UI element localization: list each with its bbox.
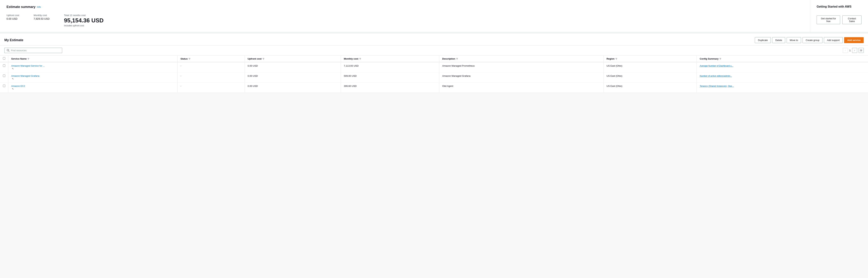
status-value-1: -: [180, 75, 181, 77]
sort-config-icon[interactable]: ▽: [719, 58, 721, 60]
search-bar-row: ‹ 1 ›: [0, 45, 868, 56]
svg-point-2: [861, 50, 862, 51]
my-estimate-header: My Estimate Duplicate Delete Move to Cre…: [0, 34, 868, 45]
row-monthly-2: 306.60 USD: [341, 82, 439, 93]
services-table-container: Service Name ▽ Status ▽ Upfront cost: [0, 56, 868, 93]
upfront-value-2: 0.00 USD: [248, 85, 258, 88]
row-status-0: -: [178, 62, 245, 72]
row-checkbox-cell: [0, 82, 8, 93]
row-description-0: Amazon Managed Prometheus: [439, 62, 604, 72]
header-actions: Duplicate Delete Move to Create group Ad…: [755, 37, 864, 43]
getting-started-title: Getting Started with AWS: [817, 5, 862, 8]
row-checkbox-cell: [0, 62, 8, 72]
edit-service-icon-1[interactable]: ✎: [12, 78, 14, 80]
row-config-2: Tenancy (Shared Instances), Ope...: [697, 82, 868, 93]
upfront-value-0: 0.00 USD: [248, 64, 258, 67]
create-group-button[interactable]: Create group: [803, 37, 823, 43]
config-summary-link-0[interactable]: Average Number of Dashboard u...: [700, 65, 733, 67]
monthly-value-2: 306.60 USD: [344, 85, 357, 88]
total-cost-metric: Total 12 months cost 95,154.36 USD Inclu…: [64, 14, 103, 27]
config-summary-link-1[interactable]: Number of active editors/admini...: [700, 75, 732, 77]
service-name-link-2[interactable]: Amazon EC2: [11, 85, 175, 88]
col-config-summary: Config Summary ▽: [697, 56, 868, 62]
row-checkbox-0[interactable]: [3, 64, 5, 67]
table-row: Amazon Managed Service for ... ✎ - 0.00 …: [0, 62, 868, 72]
total-cost-sub: Includes upfront cost: [64, 24, 103, 27]
total-cost-value: 95,154.36 USD: [64, 17, 103, 24]
monthly-value-0: 7,113.93 USD: [344, 64, 359, 67]
select-all-col: [0, 56, 8, 62]
row-config-1: Number of active editors/admini...: [697, 72, 868, 82]
search-input[interactable]: [11, 49, 60, 52]
edit-service-icon-2[interactable]: ✎: [12, 88, 14, 90]
table-settings-button[interactable]: [859, 48, 864, 53]
table-row: Amazon Managed Grafana ✎ - 0.00 USD 509.…: [0, 72, 868, 82]
row-description-2: Otel Agent: [439, 82, 604, 93]
pagination-prev-button[interactable]: ‹: [843, 48, 848, 53]
gear-icon: [860, 49, 862, 51]
pagination-controls: ‹ 1 ›: [843, 48, 864, 53]
estimate-summary-heading: Estimate summary: [6, 5, 35, 9]
row-checkbox-2[interactable]: [3, 85, 5, 87]
add-support-button[interactable]: Add support: [824, 37, 843, 43]
pagination-next-button[interactable]: ›: [852, 48, 857, 53]
col-status: Status ▽: [178, 56, 245, 62]
get-started-free-button[interactable]: Get started for free: [817, 15, 840, 24]
row-service-name-2: Amazon EC2 ✎: [8, 82, 178, 93]
duplicate-button[interactable]: Duplicate: [755, 37, 771, 43]
contact-sales-button[interactable]: Contact Sales: [842, 15, 862, 24]
my-estimate-title: My Estimate: [4, 38, 23, 42]
move-to-button[interactable]: Move to: [787, 37, 801, 43]
row-region-1: US East (Ohio): [603, 72, 697, 82]
upfront-cost-metric: Upfront cost 0.00 USD: [6, 14, 19, 20]
service-name-link-0[interactable]: Amazon Managed Service for ...: [11, 64, 175, 67]
col-description: Description ▽: [439, 56, 604, 62]
search-input-wrapper[interactable]: [4, 48, 62, 53]
monthly-cost-value: 7,929.53 USD: [34, 17, 50, 20]
region-value-2: US East (Ohio): [607, 85, 622, 88]
status-value-2: -: [180, 85, 181, 88]
col-monthly-cost: Monthly cost ▽: [341, 56, 439, 62]
sort-description-icon[interactable]: ▽: [456, 58, 458, 60]
description-value-0: Amazon Managed Prometheus: [442, 64, 474, 67]
row-checkbox-cell: [0, 72, 8, 82]
row-upfront-1: 0.00 USD: [245, 72, 341, 82]
add-service-button[interactable]: Add service: [844, 37, 864, 43]
row-monthly-0: 7,113.93 USD: [341, 62, 439, 72]
search-icon: [7, 49, 9, 52]
service-name-link-1[interactable]: Amazon Managed Grafana: [11, 75, 175, 77]
sort-upfront-icon[interactable]: ▽: [263, 58, 264, 60]
select-all-checkbox[interactable]: [3, 57, 5, 60]
delete-button[interactable]: Delete: [772, 37, 785, 43]
row-description-1: Amazon Managed Grafana: [439, 72, 604, 82]
edit-service-icon-0[interactable]: ✎: [12, 68, 14, 70]
row-checkbox-1[interactable]: [3, 75, 5, 77]
row-upfront-2: 0.00 USD: [245, 82, 341, 93]
row-region-0: US East (Ohio): [603, 62, 697, 72]
cost-metrics-row: Upfront cost 0.00 USD Monthly cost 7,929…: [6, 14, 803, 27]
section-divider: [0, 32, 868, 34]
row-service-name-1: Amazon Managed Grafana ✎: [8, 72, 178, 82]
sort-service-name-icon[interactable]: ▽: [28, 58, 29, 60]
services-table: Service Name ▽ Status ▽ Upfront cost: [0, 56, 868, 93]
upfront-value-1: 0.00 USD: [248, 75, 258, 77]
row-upfront-0: 0.00 USD: [245, 62, 341, 72]
region-value-0: US East (Ohio): [607, 64, 622, 67]
sort-monthly-icon[interactable]: ▽: [360, 58, 361, 60]
col-upfront-cost: Upfront cost ▽: [245, 56, 341, 62]
info-link[interactable]: Info: [37, 6, 41, 8]
config-summary-link-2[interactable]: Tenancy (Shared Instances), Ope...: [700, 85, 734, 88]
monthly-cost-label: Monthly cost: [34, 14, 50, 16]
summary-container: Estimate summary Info Upfront cost 0.00 …: [0, 0, 868, 32]
monthly-value-1: 509.00 USD: [344, 75, 357, 77]
getting-started-buttons: Get started for free Contact Sales: [817, 15, 862, 24]
row-status-1: -: [178, 72, 245, 82]
upfront-cost-label: Upfront cost: [6, 14, 19, 16]
pagination-page: 1: [849, 49, 850, 52]
sort-status-icon[interactable]: ▽: [189, 58, 190, 60]
col-region: Region ▽: [603, 56, 697, 62]
description-value-1: Amazon Managed Grafana: [442, 75, 470, 77]
table-row: Amazon EC2 ✎ - 0.00 USD 306.60 USD Otel …: [0, 82, 868, 93]
sort-region-icon[interactable]: ▽: [616, 58, 617, 60]
svg-line-1: [9, 51, 9, 51]
